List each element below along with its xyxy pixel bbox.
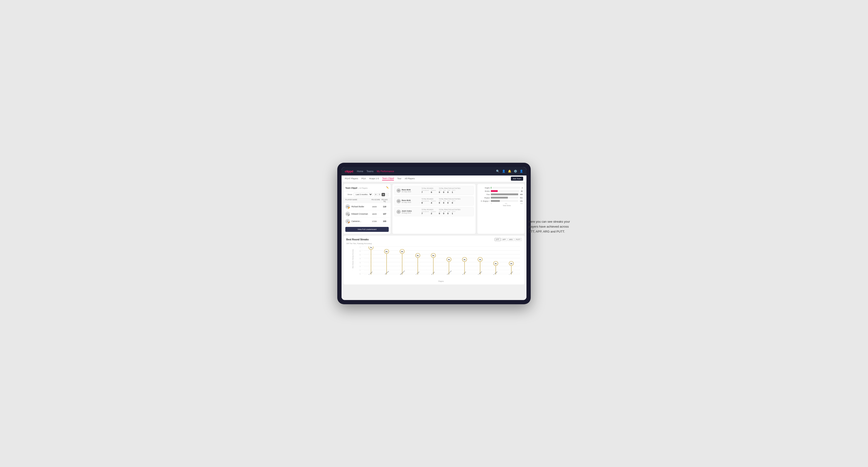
card-date-2: 02 Sep 2023 [402,201,411,203]
svg-text:C. Quick: C. Quick [508,271,513,275]
list-view-btn[interactable]: ☰ [378,193,381,196]
bar-label-eagles: Eagles [479,187,490,189]
search-icon[interactable]: 🔍 [496,169,500,173]
time-filter-select[interactable]: Last 3 months [353,193,373,196]
bar-eagles: Eagles 3 [479,187,523,189]
main-content: Team Clippd | 14 Players ✏️ Show Last 3 … [342,182,526,300]
card-stats-1: Total Rounds Tournament 7 Practice 6 [422,187,471,193]
bar-value-bogeys: 311 [520,197,523,198]
table-row[interactable]: EC 2 Edward Crossman 18/20 107 [343,210,391,218]
bar-fill-birdies [491,190,498,192]
app-stat-1: APP 0 [443,190,446,193]
card-name-2: Rees Britt [402,199,411,201]
add-team-button[interactable]: Add Team [511,177,523,181]
arg-stat-3: ARG 0 [447,211,450,215]
svg-text:5x: 5x [432,254,434,257]
chart-panel: Eagles 3 Birdies 96 [477,184,525,234]
x-label-200: 200 [505,203,507,204]
avatar-icon[interactable]: 👤 [520,169,523,173]
svg-text:3x: 3x [495,262,497,264]
player-avg-2: 107 [380,213,389,215]
view-leaderboard-button[interactable]: View Full Leaderboard [345,227,389,232]
sort-btn[interactable]: ↕ [385,193,389,196]
bar-birdies: Birdies 96 [479,190,523,192]
table-view-btn[interactable]: ▤ [382,193,385,196]
subnav-pga[interactable]: PGA [361,177,366,180]
card-player-details-2: Rees Britt 02 Sep 2023 [402,199,411,203]
tournament-value-2: 8 [422,201,429,204]
subnav-tour[interactable]: Tour [397,177,401,180]
bar-track-eagles [491,187,520,189]
chart-x-axis: 0 200 400 [479,203,523,204]
bar-label-birdies: Birdies [479,190,490,192]
practice-value-2: 4 [431,201,436,204]
streaks-subtitle-main: Off The Tee [346,243,356,245]
player-score-3: 17/20 [370,220,379,222]
streaks-panel: Best Round Streaks OTT APP ARG PUTT Off … [343,236,525,284]
leaderboard-player-count: 14 Players [359,187,368,189]
ott-stat-2: OTT 0 [439,200,441,204]
svg-text:6x: 6x [385,250,388,253]
leaderboard-panel: Team Clippd | 14 Players ✏️ Show Last 3 … [343,184,391,234]
bar-fill-bogeys [491,197,508,198]
leaderboard-header: Team Clippd | 14 Players ✏️ [343,184,391,191]
bar-label-pars: Pars [479,194,490,195]
nav-teams[interactable]: Teams [367,170,373,173]
streaks-title: Best Round Streaks [346,238,369,241]
card-avatar-3: JC [397,210,401,214]
player-card-2: RB Rees Britt 02 Sep 2023 Total Rounds [394,196,474,206]
bar-pars: Pars 499 [479,193,523,195]
filter-putt[interactable]: PUTT [515,238,522,241]
tpa-label-1: Total Practice Activities [439,187,460,189]
arg-val-1: 0 [447,191,450,193]
edit-icon[interactable]: ✏️ [386,186,389,189]
tablet-screen: clippd Home Teams My Performance 🔍 👤 🔔 ⚙… [342,167,526,300]
bar-track-pars [491,193,518,195]
subnav-all-players[interactable]: All Players [405,177,415,180]
table-header: PLAYER NAME PB SCORE PB AVG SQ [343,198,391,203]
filter-arg[interactable]: ARG [508,238,514,241]
streaks-header: Best Round Streaks OTT APP ARG PUTT [346,238,522,241]
leaderboard-title: Team Clippd [345,187,357,189]
table-row[interactable]: C 3 Cameron... 17/20 103 [343,218,391,225]
practice-value-1: 6 [431,191,436,193]
table-row[interactable]: RB 1 Richard Butler 19/20 110 [343,203,391,210]
col-pb-score: PB SCORE [371,199,380,202]
player-avg-1: 110 [380,206,389,208]
svg-text:6x: 6x [401,250,403,253]
nav-my-performance[interactable]: My Performance [377,170,394,173]
filter-app[interactable]: APP [501,238,507,241]
svg-text:4x: 4x [448,258,450,261]
sub-nav: PGAT Players PGA Hcaps 1-5 Team Clippd T… [342,176,526,182]
svg-text:R. Butler: R. Butler [493,271,498,275]
nav-links: Home Teams My Performance [357,170,492,173]
app-logo: clippd [345,169,353,173]
subnav-team-clippd[interactable]: Team Clippd [382,177,394,181]
streaks-subtitle: Off The Tee, Fairway Accuracy [346,243,522,245]
nav-home[interactable]: Home [357,170,363,173]
svg-text:D. Ford: D. Ford [462,271,466,275]
svg-text:4x: 4x [479,258,481,261]
svg-text:R. Britt: R. Britt [431,271,435,275]
card-date-3: 26 Aug 2023 [402,212,412,214]
subnav-hcaps[interactable]: Hcaps 1-5 [369,177,379,180]
player-name-2: Edward Crossman [351,213,368,215]
bar-track-dbogeys [491,200,518,202]
subnav-pgat[interactable]: PGAT Players [345,177,358,180]
streaks-subtitle-sub: Fairway Accuracy [357,243,372,245]
putt-stat-3: PUTT 1 [452,211,456,215]
settings-icon[interactable]: ⚙️ [514,169,517,173]
bell-icon[interactable]: 🔔 [508,169,512,173]
tournament-value-1: 7 [422,191,429,193]
rank-badge-3: 3 [348,222,350,224]
tournament-stat-1: Tournament 7 [422,190,429,193]
ott-stat-3: OTT 0 [439,211,441,215]
bar-dbogeys: D. Bogeys + 131 [479,200,523,202]
putt-stat-1: PUTT 1 [452,190,456,193]
total-rounds-group-1: Total Rounds Tournament 7 Practice 6 [422,187,436,193]
user-icon[interactable]: 👤 [502,169,505,173]
total-rounds-label-1: Total Rounds [422,187,436,189]
grid-view-btn[interactable]: ⊞ [374,193,377,196]
card-date-1: 02 Sep 2023 [402,191,411,192]
filter-ott[interactable]: OTT [495,238,501,241]
